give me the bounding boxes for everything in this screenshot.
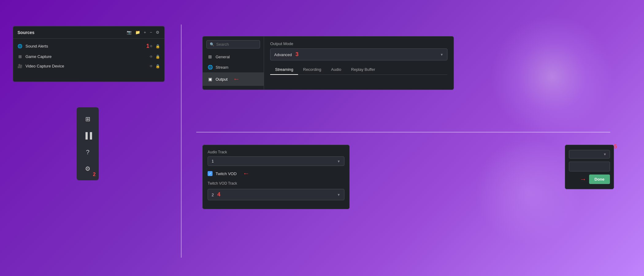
nav-label-general: General xyxy=(216,55,230,59)
source-lock-icon-3[interactable]: 🔒 xyxy=(155,64,160,68)
tab-replay-buffer[interactable]: Replay Buffer xyxy=(346,65,380,75)
audio-track-dropdown[interactable]: 1 ▼ xyxy=(208,156,344,166)
done-second-dropdown[interactable] xyxy=(569,162,610,171)
question-icon: ? xyxy=(86,149,89,156)
twitch-vod-checkbox[interactable]: ✓ xyxy=(208,171,213,176)
sources-add-icon[interactable]: + xyxy=(143,29,147,35)
nav-label-output: Output xyxy=(216,77,228,82)
sources-minus-icon[interactable]: − xyxy=(149,29,153,35)
search-icon: 🔍 xyxy=(210,42,214,47)
toolbar-panel: ⊞ ▐▐ ? ⚙ 2 xyxy=(77,107,99,180)
audio-track-chevron: ▼ xyxy=(337,159,340,163)
twitch-vod-label: Twitch VOD xyxy=(216,171,237,176)
help-button[interactable]: ? xyxy=(80,145,95,159)
done-button[interactable]: Done xyxy=(589,174,610,184)
step4-badge: 4 xyxy=(217,191,220,197)
twitch-vod-track-value: 2 4 xyxy=(212,191,220,198)
twitch-vod-track-label: Twitch VOD Track xyxy=(208,181,237,186)
source-item-game-capture[interactable]: ⊞ Game Capture 👁 🔒 xyxy=(13,52,164,61)
nav-item-output[interactable]: ▣ Output ← xyxy=(203,72,264,86)
sources-button[interactable]: ▐▐ xyxy=(80,128,95,143)
nav-item-general[interactable]: ⊞ General xyxy=(203,52,264,62)
chevron-down-icon: ▼ xyxy=(440,53,443,56)
horizontal-divider xyxy=(196,132,610,132)
source-eye-icon-3[interactable]: 👁 xyxy=(149,64,153,68)
nav-icon-general: ⊞ xyxy=(208,54,213,59)
sources-gear-icon[interactable]: ⚙ xyxy=(155,29,160,35)
settings-tabs: Streaming Recording Audio Replay Buffer xyxy=(270,65,447,75)
step2-badge: 2 xyxy=(93,172,96,177)
step1-badge: 1 xyxy=(146,43,149,49)
vertical-divider xyxy=(181,25,182,258)
twitch-vod-track-label-row: Twitch VOD Track xyxy=(208,181,344,188)
source-name-video-capture: Video Capture Device xyxy=(25,64,149,68)
source-icon-camera: 🎥 xyxy=(17,64,22,68)
source-icon-game: ⊞ xyxy=(17,54,22,59)
output-mode-label: Output Mode xyxy=(270,41,447,46)
sources-title: Sources xyxy=(17,30,34,35)
tab-recording[interactable]: Recording xyxy=(298,65,326,75)
source-lock-icon-1[interactable]: 🔒 xyxy=(155,44,160,48)
search-input[interactable] xyxy=(216,42,257,47)
nav-icon-output: ▣ xyxy=(208,77,213,82)
gear-icon: ⚙ xyxy=(85,165,90,172)
settings-sidebar: 🔍 ⊞ General 🌐 Stream ▣ Output ← xyxy=(203,36,264,90)
vod-track-chevron: ▼ xyxy=(337,193,340,197)
scenes-button[interactable]: ⊞ xyxy=(80,112,95,126)
sources-panel: Sources 📷 📁 + − ⚙ 🌐 Sound Alerts 1 👁 🔒 ⊞… xyxy=(13,26,165,82)
search-box[interactable]: 🔍 xyxy=(206,40,260,48)
twitch-vod-track-dropdown[interactable]: 2 4 ▼ xyxy=(208,189,344,200)
twitch-vod-row: ✓ Twitch VOD ← xyxy=(208,170,344,178)
check-icon: ✓ xyxy=(209,172,212,176)
audio-track-value: 1 xyxy=(212,159,214,163)
source-item-sound-alerts[interactable]: 🌐 Sound Alerts 1 👁 🔒 xyxy=(13,40,164,52)
bg-blob-1 xyxy=(491,15,613,138)
twitch-vod-arrow: ← xyxy=(243,170,250,178)
source-item-video-capture[interactable]: 🎥 Video Capture Device 👁 🔒 xyxy=(13,61,164,71)
done-action-row: → Done xyxy=(569,174,610,184)
nav-label-stream: Stream xyxy=(216,65,228,70)
step5-badge: 5 xyxy=(614,144,617,150)
source-eye-icon-1[interactable]: 👁 xyxy=(149,44,153,48)
source-name-sound-alerts: Sound Alerts xyxy=(25,44,144,48)
done-arrow-icon: → xyxy=(580,175,587,183)
audio-track-label: Audio Track xyxy=(208,150,344,154)
sources-camera-icon[interactable]: 📷 xyxy=(126,29,132,35)
source-controls-1: 👁 🔒 xyxy=(149,44,160,48)
source-lock-icon-2[interactable]: 🔒 xyxy=(155,55,160,59)
source-icon-globe: 🌐 xyxy=(17,44,22,48)
tab-audio[interactable]: Audio xyxy=(326,65,346,75)
done-panel: ▼ → Done xyxy=(565,145,614,189)
audio-panel: Audio Track 1 ▼ ✓ Twitch VOD ← Twitch VO… xyxy=(202,145,350,209)
nav-icon-stream: 🌐 xyxy=(208,65,213,70)
output-arrow-indicator: ← xyxy=(233,75,240,83)
source-eye-icon-2[interactable]: 👁 xyxy=(149,55,153,59)
sources-list: 🌐 Sound Alerts 1 👁 🔒 ⊞ Game Capture 👁 🔒 … xyxy=(13,39,164,82)
source-controls-2: 👁 🔒 xyxy=(149,55,160,59)
sources-folder-icon[interactable]: 📁 xyxy=(135,29,141,35)
source-name-game-capture: Game Capture xyxy=(25,54,149,59)
sources-header: Sources 📷 📁 + − ⚙ xyxy=(13,26,164,39)
settings-body: 🔍 ⊞ General 🌐 Stream ▣ Output ← Output M… xyxy=(203,36,454,90)
output-mode-dropdown[interactable]: Advanced 3 ▼ xyxy=(270,48,447,60)
columns-icon: ▐▐ xyxy=(83,132,92,139)
settings-main: Output Mode Advanced 3 ▼ Streaming Recor… xyxy=(264,36,454,90)
done-dropdown-chevron: ▼ xyxy=(603,152,607,156)
tab-streaming[interactable]: Streaming xyxy=(270,65,298,75)
settings-panel: 🔍 ⊞ General 🌐 Stream ▣ Output ← Output M… xyxy=(202,36,454,90)
sources-header-icons: 📷 📁 + − ⚙ xyxy=(126,29,160,35)
step3-badge: 3 xyxy=(295,51,298,57)
settings-button[interactable]: ⚙ 2 xyxy=(80,161,95,176)
scenes-icon: ⊞ xyxy=(85,115,90,123)
output-mode-value: Advanced 3 xyxy=(274,51,298,58)
source-controls-3: 👁 🔒 xyxy=(149,64,160,68)
done-top-dropdown[interactable]: ▼ xyxy=(569,150,610,159)
nav-item-stream[interactable]: 🌐 Stream xyxy=(203,62,264,72)
